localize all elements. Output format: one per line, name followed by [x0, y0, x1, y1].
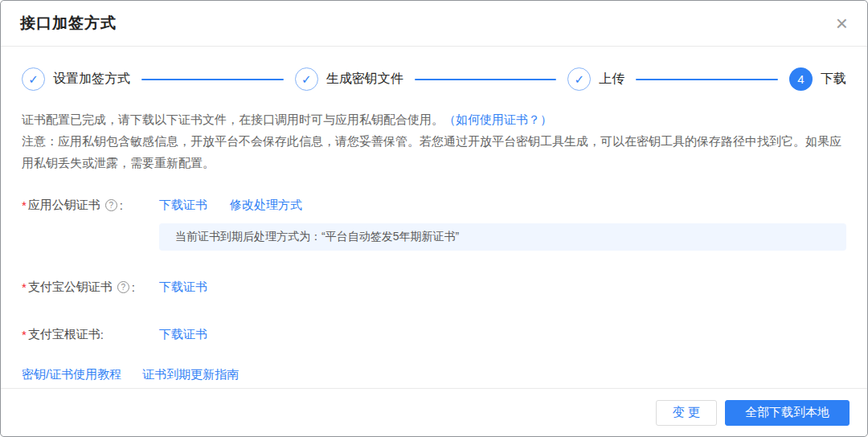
- help-icon[interactable]: ?: [105, 199, 117, 211]
- step-generate-key-file: ✓ 生成密钥文件: [295, 67, 403, 91]
- label-colon: :: [120, 198, 123, 212]
- dialog-header: 接口加签方式 ×: [1, 1, 867, 47]
- download-all-button[interactable]: 全部下载到本地: [725, 400, 850, 426]
- app-public-cert-label: * 应用公钥证书 ? :: [22, 198, 159, 213]
- required-mark: *: [22, 280, 27, 294]
- key-cert-tutorial-link[interactable]: 密钥/证书使用教程: [22, 367, 121, 382]
- check-icon: ✓: [567, 67, 591, 91]
- cert-expiry-info-bar: 当前证书到期后处理方式为：“平台自动签发5年期新证书”: [159, 223, 846, 251]
- help-icon[interactable]: ?: [117, 281, 129, 293]
- stepper: ✓ 设置加签方式 ✓ 生成密钥文件 ✓ 上传 4 下载: [22, 47, 846, 91]
- label-colon: :: [132, 280, 135, 294]
- step-label: 下载: [821, 71, 846, 88]
- download-cert-link[interactable]: 下载证书: [159, 327, 207, 342]
- alipay-public-cert-row: * 支付宝公钥证书 ? : 下载证书: [22, 280, 846, 295]
- step-set-signing-method: ✓ 设置加签方式: [22, 67, 130, 91]
- alipay-root-cert-label: * 支付宝根证书 :: [22, 327, 159, 342]
- dialog-title: 接口加签方式: [20, 13, 117, 34]
- label-colon: :: [100, 328, 104, 341]
- step-label: 设置加签方式: [53, 71, 130, 88]
- app-public-cert-row: * 应用公钥证书 ? : 下载证书 修改处理方式: [22, 198, 846, 213]
- description-block: 证书配置已完成，请下载以下证书文件，在接口调用时可与应用私钥配合使用。（如何使用…: [22, 108, 846, 174]
- alipay-root-cert-links: 下载证书: [159, 327, 207, 342]
- interface-signing-dialog: 接口加签方式 × ✓ 设置加签方式 ✓ 生成密钥文件 ✓ 上传 4 下载 证书配…: [0, 0, 868, 437]
- alipay-root-cert-row: * 支付宝根证书 : 下载证书: [22, 327, 846, 342]
- label-text: 支付宝根证书: [28, 327, 100, 342]
- bottom-links: 密钥/证书使用教程 证书到期更新指南: [22, 367, 846, 382]
- alipay-public-cert-label: * 支付宝公钥证书 ? :: [22, 280, 159, 295]
- step-download-active: 4 下载: [789, 67, 846, 91]
- dialog-footer: 变 更 全部下载到本地: [1, 388, 867, 436]
- label-text: 应用公钥证书: [28, 198, 100, 213]
- description-intro: 证书配置已完成，请下载以下证书文件，在接口调用时可与应用私钥配合使用。: [22, 112, 444, 126]
- change-button[interactable]: 变 更: [656, 400, 717, 426]
- step-connector: [415, 79, 557, 80]
- modify-handling-link[interactable]: 修改处理方式: [230, 198, 302, 213]
- step-upload: ✓ 上传: [567, 67, 624, 91]
- cert-renewal-guide-link[interactable]: 证书到期更新指南: [142, 367, 239, 382]
- step-label: 生成密钥文件: [326, 71, 403, 88]
- step-label: 上传: [599, 71, 624, 88]
- required-mark: *: [22, 198, 27, 212]
- alipay-public-cert-links: 下载证书: [159, 280, 207, 295]
- description-note: 注意：应用私钥包含敏感信息，开放平台不会保存此信息，请您妥善保管。若您通过开放平…: [22, 130, 846, 174]
- label-text: 支付宝公钥证书: [28, 280, 113, 295]
- step-connector: [141, 79, 284, 80]
- step-number-badge: 4: [789, 67, 813, 91]
- download-cert-link[interactable]: 下载证书: [159, 280, 207, 295]
- check-icon: ✓: [295, 67, 318, 91]
- app-public-cert-links: 下载证书 修改处理方式: [159, 198, 302, 213]
- close-icon[interactable]: ×: [836, 13, 848, 34]
- download-cert-link[interactable]: 下载证书: [159, 198, 207, 213]
- step-connector: [636, 79, 778, 80]
- check-icon: ✓: [22, 67, 45, 91]
- required-mark: *: [22, 328, 27, 341]
- how-to-use-cert-link[interactable]: （如何使用证书？）: [444, 112, 552, 126]
